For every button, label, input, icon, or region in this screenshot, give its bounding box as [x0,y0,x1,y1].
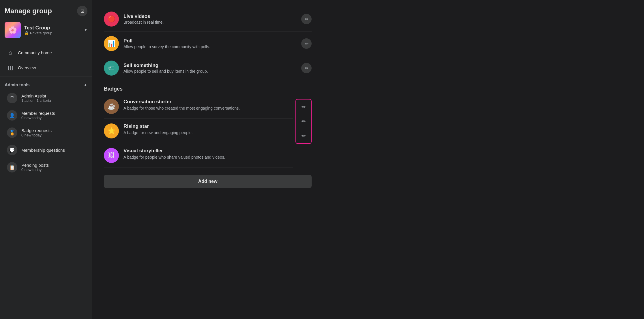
badge-item-rising-star: ⭐ Rising star A badge for new and engagi… [104,119,293,143]
pending-posts-text: Pending posts 0 new today [21,163,85,172]
edit-poll-btn[interactable]: ✏ [301,38,312,49]
post-type-title-poll: Poll [123,38,297,44]
badge-icon-rising-star: ⭐ [104,123,119,138]
sidebar-item-pending-posts[interactable]: 📋 Pending posts 0 new today [2,159,90,175]
edit-conversation-starter-btn[interactable]: ✏ [298,101,309,113]
sidebar-item-overview[interactable]: ◫ Overview [2,61,90,74]
edit-rising-star-btn[interactable]: ✏ [298,116,309,127]
post-type-desc-sell-something: Allow people to sell and buy items in th… [123,69,297,74]
membership-questions-text: Membership questions [21,148,85,153]
layers-icon: ◫ [7,64,14,71]
badge-text-visual-storyteller: Visual storyteller A badge for people wh… [123,148,293,160]
post-type-desc-poll: Allow people to survey the community wit… [123,44,297,49]
badge-requests-text: Badge requests 0 new today [21,128,85,137]
post-type-title-live-videos: Live videos [123,14,297,19]
post-type-title-sell-something: Sell something [123,63,297,68]
sidebar-item-membership-questions[interactable]: 💬 Membership questions [2,142,90,158]
sidebar-item-badge-requests[interactable]: 🏅 Badge requests 0 new today [2,125,90,141]
divider-1 [0,44,92,44]
post-type-sell-something: 🏷 Sell something Allow people to sell an… [104,56,312,80]
badge-requests-label: Badge requests [21,128,85,133]
badge-requests-sublabel: 0 new today [21,133,85,137]
admin-assist-text: Admin Assist 1 action, 1 criteria [21,93,85,103]
community-home-label: Community home [18,50,52,55]
edit-sell-something-btn[interactable]: ✏ [301,63,312,73]
sidebar-toggle-btn[interactable]: ⊡ [77,6,87,16]
badges-items: ☕ Conversation starter A badge for those… [104,94,293,168]
admin-assist-icon: 🛡 [7,93,17,103]
edit-visual-storyteller-btn[interactable]: ✏ [298,130,309,142]
badge-title-rising-star: Rising star [123,123,293,129]
admin-assist-sublabel: 1 action, 1 criteria [21,98,85,103]
badge-desc-rising-star: A badge for new and engaging people. [123,130,293,136]
post-icon-sell-something: 🏷 [104,61,119,76]
group-name: Test Group [24,25,80,31]
member-requests-icon: 👤 [7,110,17,121]
badge-requests-icon: 🏅 [7,127,17,138]
post-type-desc-live-videos: Broadcast in real time. [123,20,297,25]
lock-icon: 🔒 [24,31,29,35]
sidebar-item-member-requests[interactable]: 👤 Member requests 0 new today [2,107,90,123]
member-requests-label: Member requests [21,111,85,116]
pending-posts-sublabel: 0 new today [21,168,85,172]
badge-desc-conversation-starter: A badge for those who created the most e… [123,106,293,111]
post-type-text-poll: Poll Allow people to survey the communit… [123,38,297,49]
group-info: 🌸 Test Group 🔒 Private group ▼ [0,20,92,43]
post-type-text-sell-something: Sell something Allow people to sell and … [123,63,297,74]
membership-questions-label: Membership questions [21,148,85,153]
overview-label: Overview [18,65,36,70]
main-content: 🔴 Live videos Broadcast in real time. ✏ … [92,0,644,319]
member-requests-text: Member requests 0 new today [21,111,85,120]
badge-item-visual-storyteller: 🖼 Visual storyteller A badge for people … [104,143,293,168]
admin-tools-section-header: Admin tools ▲ [0,78,92,89]
pending-posts-label: Pending posts [21,163,85,168]
content-section: 🔴 Live videos Broadcast in real time. ✏ … [104,7,312,188]
badges-list-inner: ☕ Conversation starter A badge for those… [104,94,293,168]
pending-posts-icon: 📋 [7,162,17,172]
group-privacy: 🔒 Private group [24,31,80,35]
sidebar: Manage group ⊡ 🌸 Test Group 🔒 Private gr… [0,0,92,319]
highlighted-edit-group: ✏ ✏ ✏ [295,99,312,144]
group-dropdown-icon[interactable]: ▼ [84,28,87,32]
badge-icon-conversation-starter: ☕ [104,99,119,114]
badge-text-rising-star: Rising star A badge for new and engaging… [123,123,293,136]
divider-2 [0,76,92,76]
post-type-text-live-videos: Live videos Broadcast in real time. [123,14,297,25]
sidebar-header: Manage group ⊡ [0,0,92,20]
post-type-live-videos: 🔴 Live videos Broadcast in real time. ✏ [104,7,312,31]
badge-text-conversation-starter: Conversation starter A badge for those w… [123,99,293,111]
sidebar-item-admin-assist[interactable]: 🛡 Admin Assist 1 action, 1 criteria [2,90,90,106]
edit-live-videos-btn[interactable]: ✏ [301,14,312,24]
group-text: Test Group 🔒 Private group [24,25,80,35]
post-icon-poll: 📊 [104,36,119,51]
badges-section-title: Badges [104,86,312,92]
badge-title-conversation-starter: Conversation starter [123,99,293,105]
badge-item-conversation-starter: ☕ Conversation starter A badge for those… [104,94,293,119]
sidebar-item-community-home[interactable]: ⌂ Community home [2,46,90,59]
group-avatar: 🌸 [5,22,21,38]
badge-desc-visual-storyteller: A badge for people who share valued phot… [123,155,293,160]
badge-icon-visual-storyteller: 🖼 [104,148,119,163]
membership-questions-icon: 💬 [7,145,17,155]
post-icon-live-videos: 🔴 [104,12,119,27]
add-new-button[interactable]: Add new [104,175,312,188]
sidebar-title: Manage group [5,7,52,15]
badge-title-visual-storyteller: Visual storyteller [123,148,293,154]
member-requests-sublabel: 0 new today [21,116,85,120]
admin-tools-toggle[interactable]: ▲ [83,82,87,87]
badges-list: ☕ Conversation starter A badge for those… [104,94,312,168]
admin-assist-label: Admin Assist [21,93,85,98]
post-type-poll: 📊 Poll Allow people to survey the commun… [104,31,312,56]
post-types-list: 🔴 Live videos Broadcast in real time. ✏ … [104,7,312,80]
admin-tools-title: Admin tools [5,82,30,87]
home-icon: ⌂ [7,49,14,56]
